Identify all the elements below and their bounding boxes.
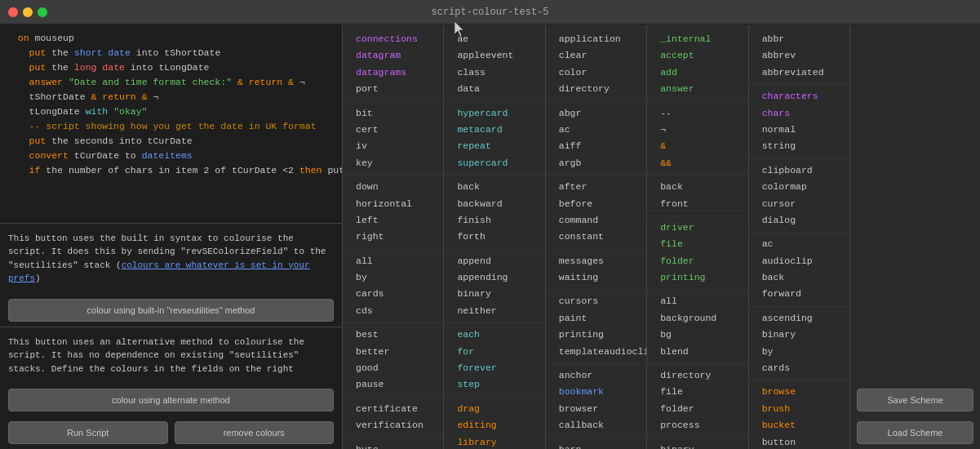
word-item[interactable]: callback [552, 417, 640, 433]
word-item[interactable]: backward [450, 196, 538, 212]
word-item[interactable]: bit [349, 105, 437, 122]
word-item[interactable]: constant [552, 229, 640, 245]
word-item[interactable]: bg [654, 327, 741, 343]
word-item[interactable]: cds [349, 303, 437, 319]
word-item[interactable]: byte [349, 442, 437, 449]
word-item[interactable]: library [450, 434, 538, 449]
word-item[interactable]: before [552, 196, 640, 212]
word-item[interactable]: ae [450, 31, 538, 47]
word-item[interactable]: file [654, 384, 741, 400]
word-item[interactable]: step [450, 376, 538, 393]
word-item[interactable]: driver [654, 220, 741, 236]
word-item[interactable]: datagram [349, 47, 437, 64]
word-item[interactable]: appleevent [450, 47, 538, 64]
word-item[interactable]: by [349, 269, 437, 286]
word-item[interactable]: all [349, 253, 437, 269]
word-item[interactable]: file [654, 236, 741, 252]
word-item[interactable]: best [349, 327, 437, 343]
word-item[interactable]: front [654, 196, 741, 212]
word-item[interactable]: hypercard [450, 105, 538, 122]
word-item[interactable]: forward [756, 286, 843, 302]
run-script-button[interactable]: Run Script [8, 421, 168, 444]
word-item[interactable]: bucket [756, 417, 843, 433]
word-item[interactable]: cards [756, 360, 843, 376]
word-item[interactable]: left [349, 212, 437, 229]
word-item[interactable]: for [450, 344, 538, 360]
word-item[interactable]: cert [349, 122, 437, 138]
word-item[interactable]: abbreviated [756, 64, 843, 81]
word-item[interactable]: string [756, 138, 843, 154]
word-item[interactable]: blend [654, 344, 741, 360]
word-item[interactable]: good [349, 360, 437, 376]
word-item[interactable]: folder [654, 401, 741, 417]
word-item[interactable]: background [654, 310, 741, 327]
word-item[interactable]: clear [552, 47, 640, 64]
word-item[interactable]: audioclip [756, 253, 843, 269]
word-item[interactable]: binary [450, 286, 538, 302]
word-item[interactable]: _internal [654, 31, 741, 47]
colour-builtin-button[interactable]: colour using built-in "revseutilities" m… [8, 299, 334, 322]
word-item[interactable]: ac [552, 122, 640, 138]
word-item[interactable]: browse [756, 384, 843, 400]
word-item[interactable]: ac [756, 236, 843, 252]
minimize-button[interactable] [23, 7, 33, 17]
word-item[interactable]: accept [654, 47, 741, 64]
word-item[interactable]: forever [450, 360, 538, 376]
word-item[interactable]: supercard [450, 155, 538, 171]
colour-alternate-button[interactable]: colour using alternate method [8, 389, 334, 411]
word-item[interactable]: by [756, 344, 843, 360]
word-item[interactable]: -- [654, 105, 741, 122]
word-item[interactable]: ascending [756, 310, 843, 327]
word-item[interactable]: waiting [552, 269, 640, 286]
word-item[interactable]: cursors [552, 293, 640, 309]
word-item[interactable]: forth [450, 229, 538, 245]
word-item[interactable]: normal [756, 122, 843, 138]
word-item[interactable]: add [654, 64, 741, 81]
word-item[interactable]: pause [349, 376, 437, 393]
word-item[interactable]: printing [552, 327, 640, 343]
word-item[interactable]: binary [654, 442, 741, 449]
word-item[interactable]: chars [756, 105, 843, 122]
word-item[interactable]: templateaudioclin [552, 344, 640, 360]
code-editor[interactable]: on mouseup put the short date into tShor… [0, 24, 342, 223]
word-item[interactable]: cards [349, 286, 437, 302]
word-item[interactable]: down [349, 179, 437, 195]
word-item[interactable]: port [349, 81, 437, 97]
word-item[interactable]: color [552, 64, 640, 81]
word-item[interactable]: application [552, 31, 640, 47]
word-item[interactable]: bookmark [552, 384, 640, 400]
word-item[interactable]: certificate [349, 401, 437, 417]
word-item[interactable]: barn [552, 442, 640, 449]
word-item[interactable]: iv [349, 138, 437, 154]
word-item[interactable]: abgr [552, 105, 640, 122]
word-item[interactable]: right [349, 229, 437, 245]
word-item[interactable]: ¬ [654, 122, 741, 138]
word-item[interactable]: argb [552, 155, 640, 171]
word-item[interactable]: dialog [756, 212, 843, 229]
word-item[interactable]: all [654, 293, 741, 309]
maximize-button[interactable] [38, 7, 47, 17]
word-item[interactable]: appending [450, 269, 538, 286]
word-item[interactable]: better [349, 344, 437, 360]
word-item[interactable]: binary [756, 327, 843, 343]
word-item[interactable]: back [654, 179, 741, 195]
word-item[interactable]: repeat [450, 138, 538, 154]
word-item[interactable]: connections [349, 31, 437, 47]
word-item[interactable]: button [756, 434, 843, 449]
word-item[interactable]: data [450, 81, 538, 97]
word-item[interactable]: drag [450, 401, 538, 417]
word-item[interactable]: anchor [552, 367, 640, 384]
word-item[interactable]: clipboard [756, 162, 843, 179]
word-item[interactable]: finish [450, 212, 538, 229]
remove-colours-button[interactable]: remove colours [175, 421, 335, 444]
word-item[interactable]: back [756, 269, 843, 286]
word-item[interactable]: directory [552, 81, 640, 97]
word-item[interactable]: && [654, 155, 741, 171]
word-item[interactable]: class [450, 64, 538, 81]
word-item[interactable]: horizontal [349, 196, 437, 212]
word-item[interactable]: & [654, 138, 741, 154]
word-item[interactable]: neither [450, 303, 538, 319]
word-item[interactable]: messages [552, 253, 640, 269]
word-item[interactable]: browser [552, 401, 640, 417]
word-item[interactable]: colormap [756, 179, 843, 195]
